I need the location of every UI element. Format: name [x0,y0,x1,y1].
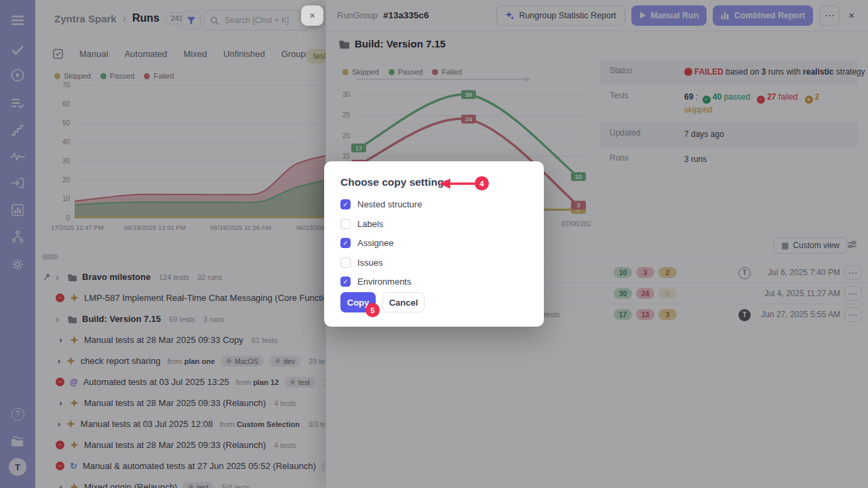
option-label: Labels [357,219,383,229]
checkbox-nested-structure[interactable]: ✓ [340,199,351,209]
checkbox-issues[interactable] [340,258,351,268]
option-label: Assignee [357,238,393,248]
annotation-step-4: 4 [475,176,489,190]
option-label: Nested structure [357,199,422,209]
annotation-arrow [438,177,477,190]
option-nested-structure[interactable]: ✓Nested structure [340,199,422,209]
annotation-step-5: 5 [366,303,380,317]
close-icon: × [309,10,315,21]
option-environments[interactable]: ✓Environments [340,277,411,287]
cancel-button[interactable]: Cancel [382,292,425,312]
option-assignee[interactable]: ✓Assignee [340,238,393,248]
option-issues[interactable]: Issues [340,258,383,268]
checkbox-environments[interactable]: ✓ [340,277,351,287]
checkbox-assignee[interactable]: ✓ [340,238,351,248]
panel-close-button[interactable]: × [301,5,323,26]
option-label: Issues [357,258,383,268]
option-label: Environments [357,277,411,287]
option-labels[interactable]: Labels [340,219,383,229]
modal-title: Choose copy settings [340,176,450,188]
copy-settings-modal: Choose copy settings ✓Nested structureLa… [324,161,544,327]
app-screen: ?T Zyntra Spark › Runs 243 × ManualAutom… [0,0,868,488]
checkbox-labels[interactable] [340,219,351,229]
